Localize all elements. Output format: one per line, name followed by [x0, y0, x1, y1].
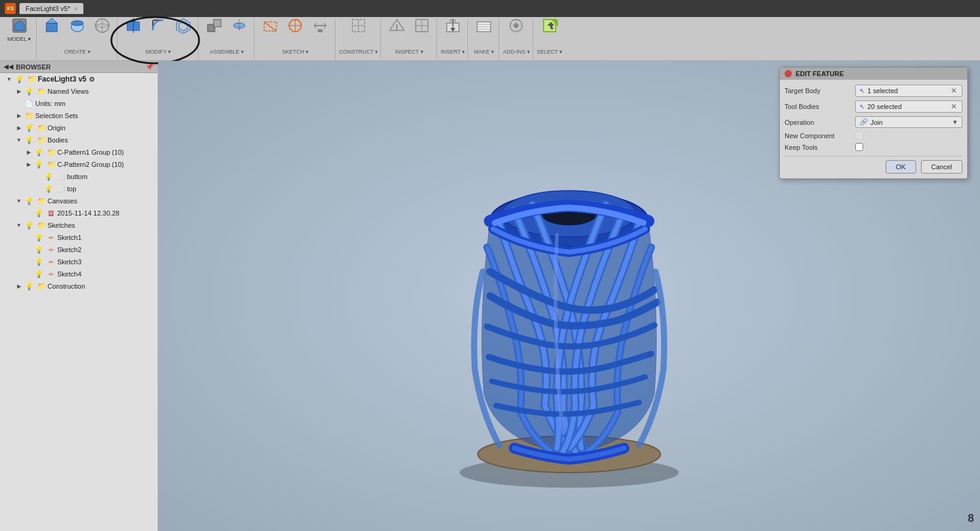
inspect-icon2	[412, 16, 432, 35]
viewport[interactable]: EDIT FEATURE Target Body ↖ 1 selected ✕ …	[158, 61, 980, 531]
canvases-folder-icon: 📁	[37, 196, 46, 206]
tree-item-construction[interactable]: ▶ 💡 📁 Construction	[0, 280, 158, 292]
construction-label: Construction	[47, 283, 85, 290]
sphere-icon	[93, 16, 112, 35]
named-views-eye-icon: 💡	[24, 86, 34, 96]
tree-item-bodies[interactable]: ▼ 💡 📁 Bodies	[0, 134, 158, 146]
tree-item-canvases[interactable]: ▼ 💡 📁 Canvases	[0, 195, 158, 207]
cpattern2-arrow[interactable]: ▶	[24, 160, 33, 169]
tree-item-cpattern2[interactable]: ▶ 💡 📁 C-Pattern2 Group (10)	[0, 158, 158, 171]
tree-item-sketch2[interactable]: 💡 ✏ Sketch2	[0, 244, 158, 256]
origin-folder-icon: 📁	[37, 123, 46, 133]
create-extrude-button[interactable]	[40, 15, 65, 37]
tab-close-button[interactable]: ×	[74, 5, 77, 12]
insert-icon1	[443, 16, 463, 35]
press-pull-icon	[124, 16, 143, 35]
sketch2-arrow	[24, 245, 33, 254]
origin-arrow[interactable]: ▶	[15, 124, 23, 132]
ok-button[interactable]: OK	[886, 160, 916, 174]
tool-bodies-clear-button[interactable]: ✕	[950, 102, 958, 111]
tree-item-selection-sets[interactable]: ▶ 📁 Selection Sets	[0, 110, 158, 122]
panel-close-button[interactable]	[785, 70, 792, 77]
addins-button1[interactable]	[504, 15, 528, 37]
construct-icon1	[349, 16, 368, 35]
cancel-button[interactable]: Cancel	[921, 160, 962, 174]
revolve-icon	[68, 16, 87, 35]
target-body-clear-button[interactable]: ✕	[950, 86, 958, 95]
browser-pin-icon[interactable]: 📌	[145, 63, 154, 71]
inspect-section-label: INSPECT ▾	[385, 49, 434, 55]
tool-bodies-label: Tool Bodies	[785, 103, 852, 110]
active-tab[interactable]: FaceLight3 v5* ×	[19, 3, 83, 14]
sketch-button1[interactable]	[258, 15, 282, 37]
canvases-arrow[interactable]: ▼	[15, 197, 23, 205]
toolbar-construct-section: CONSTRUCT ▾	[337, 18, 381, 60]
make-icon1	[474, 16, 494, 35]
sketch3-icon: ✏	[46, 257, 56, 267]
select-button1[interactable]	[537, 15, 562, 37]
new-component-checkbox[interactable]	[855, 132, 863, 139]
operation-row: Operation 🔗 Join ▼	[785, 116, 962, 128]
tool-bodies-value-field[interactable]: ↖ 20 selected ✕	[855, 100, 962, 113]
inspect-button1[interactable]	[385, 15, 409, 37]
named-views-arrow[interactable]: ▶	[15, 87, 23, 96]
tree-item-sketch1[interactable]: 💡 ✏ Sketch1	[0, 231, 158, 244]
sketch-button3[interactable]	[308, 15, 332, 37]
sketches-label: Sketches	[47, 222, 75, 229]
model-icon	[10, 16, 29, 35]
assemble-button2[interactable]	[227, 15, 251, 37]
tree-item-sketch4[interactable]: 💡 ✏ Sketch4	[0, 268, 158, 280]
buttom-body-icon: ⬜	[56, 172, 66, 181]
sketches-folder-icon: 📁	[37, 220, 46, 230]
tree-item-canvas1[interactable]: 💡 🖼 2015-11-14 12.30.28	[0, 207, 158, 219]
construct-button1[interactable]	[346, 15, 371, 37]
operation-dropdown[interactable]: 🔗 Join ▼	[855, 116, 962, 128]
target-body-value-field[interactable]: ↖ 1 selected ✕	[855, 85, 962, 97]
tree-item-sketch3[interactable]: 💡 ✏ Sketch3	[0, 256, 158, 268]
sketch-icon3	[310, 16, 330, 35]
browser-header: ◀◀ BROWSER 📌	[0, 61, 158, 73]
modify-fillet-button[interactable]	[146, 15, 170, 37]
modify-press-pull-button[interactable]	[121, 15, 145, 37]
tree-root[interactable]: ▼ 💡 📁 FaceLight3 v5 ⚙	[0, 73, 158, 85]
selection-sets-label: Selection Sets	[35, 112, 78, 119]
selection-sets-arrow[interactable]: ▶	[15, 111, 23, 120]
svg-point-5	[71, 21, 83, 26]
make-section-label: MAKE ▾	[472, 49, 496, 55]
tab-label: FaceLight3 v5*	[26, 5, 70, 12]
units-icon: 📄	[24, 99, 34, 108]
keep-tools-checkbox[interactable]	[855, 143, 863, 151]
sketches-arrow[interactable]: ▼	[15, 221, 23, 230]
tree-item-origin[interactable]: ▶ 💡 📁 Origin	[0, 122, 158, 134]
cpattern1-arrow[interactable]: ▶	[24, 148, 33, 156]
origin-label: Origin	[47, 124, 65, 132]
assemble-button1[interactable]	[202, 15, 226, 37]
model-button[interactable]: MODEL ▾	[5, 15, 33, 43]
toolbar-addins-section: ADD-INS ▾	[500, 18, 533, 60]
edit-panel-body: Target Body ↖ 1 selected ✕ Tool Bodies ↖…	[780, 80, 967, 178]
tree-item-top[interactable]: 💡 ⬜ top	[0, 183, 158, 195]
root-settings-icon[interactable]: ⚙	[89, 76, 95, 83]
inspect-button2[interactable]	[410, 15, 434, 37]
create-revolve-button[interactable]	[65, 15, 89, 37]
bodies-arrow[interactable]: ▼	[15, 136, 23, 144]
modify-shell-button[interactable]	[171, 15, 195, 37]
sketch-button2[interactable]	[283, 15, 307, 37]
create-section-label: CREATE ▾	[40, 49, 114, 55]
make-button1[interactable]	[472, 15, 496, 37]
tree-item-cpattern1[interactable]: ▶ 💡 📁 C-Pattern1 Group (10)	[0, 146, 158, 158]
tree-item-buttom[interactable]: 💡 ⬜ buttom	[0, 171, 158, 183]
svg-marker-12	[179, 21, 187, 31]
create-sphere-button[interactable]	[90, 15, 114, 37]
canvas1-label: 2015-11-14 12.30.28	[57, 209, 119, 217]
root-expand-arrow[interactable]: ▼	[5, 75, 13, 83]
construction-arrow[interactable]: ▶	[15, 282, 23, 290]
tree-item-sketches[interactable]: ▼ 💡 📁 Sketches	[0, 219, 158, 231]
cpattern1-folder-icon: 📁	[46, 147, 56, 157]
tree-item-named-views[interactable]: ▶ 💡 📁 Named Views	[0, 85, 158, 97]
svg-marker-3	[46, 18, 57, 23]
insert-button1[interactable]	[441, 15, 465, 37]
assemble-icon2	[229, 16, 249, 35]
new-component-label: New Component	[785, 132, 852, 139]
browser-collapse-arrow[interactable]: ◀◀	[4, 63, 13, 70]
